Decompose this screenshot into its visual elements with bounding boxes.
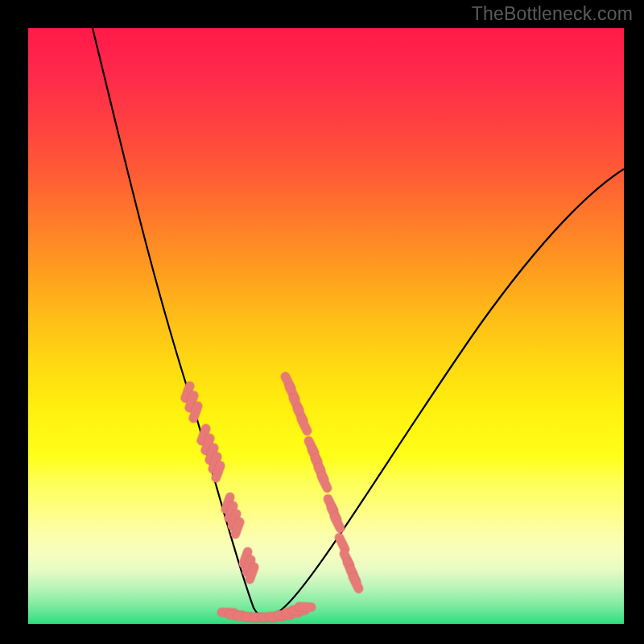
bead [235,522,239,534]
outer-frame: TheBottleneck.com [0,0,644,644]
bead [301,419,307,431]
plot-area [28,28,624,624]
bead [334,517,340,528]
bead [250,567,254,579]
watermark-text: TheBottleneck.com [472,3,633,25]
bead [299,607,312,608]
curve-beads [185,377,358,617]
bead [216,465,220,477]
bottleneck-curve [28,28,624,624]
bead [321,477,327,488]
bead [353,577,358,588]
curve-line [89,28,624,617]
bead [339,538,345,549]
